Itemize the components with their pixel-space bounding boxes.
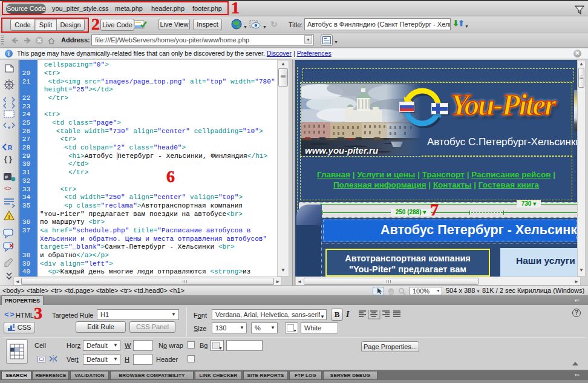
svg-text:#: # xyxy=(5,174,8,180)
svg-text:<>: <> xyxy=(4,185,11,192)
svg-text:!: ! xyxy=(8,214,10,220)
svg-text:{ }: { } xyxy=(4,155,12,163)
svg-text:R: R xyxy=(8,145,13,151)
